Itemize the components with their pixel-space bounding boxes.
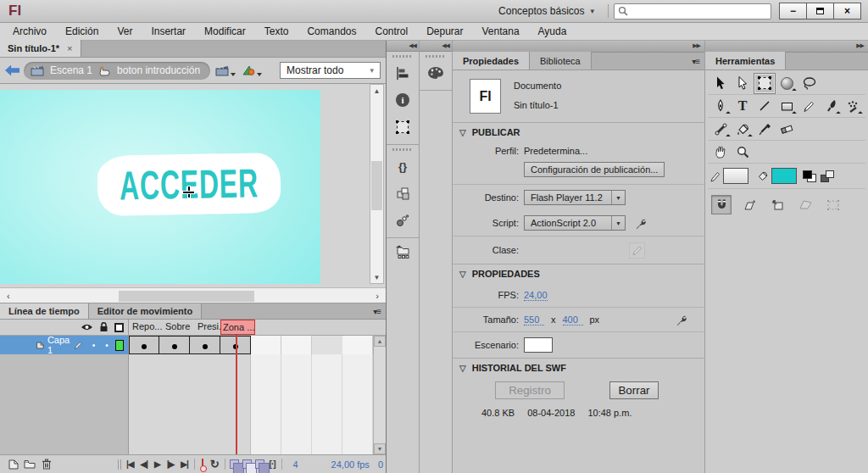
section-propiedades[interactable]: ▽ PROPIEDADES xyxy=(453,264,704,283)
edit-class-button[interactable] xyxy=(629,242,645,259)
pen-tool[interactable] xyxy=(709,96,732,117)
subselection-tool[interactable] xyxy=(732,73,754,94)
swap-colors-icon[interactable] xyxy=(821,170,836,182)
document-name[interactable]: Sin título-1 xyxy=(514,100,561,110)
scroll-down-icon[interactable]: ▼ xyxy=(374,443,386,454)
collapse-arrows-icon[interactable]: ◀◀ xyxy=(387,41,419,52)
tab-linea-de-tiempo[interactable]: Línea de tiempo xyxy=(0,303,89,319)
target-dropdown[interactable]: Flash Player 11.2 ▼ xyxy=(524,190,626,205)
stroke-color-swatch[interactable] xyxy=(723,168,748,184)
stage-height-value[interactable]: 400 xyxy=(563,314,583,326)
frame-rate-indicator[interactable]: 24,00 fps xyxy=(331,459,370,470)
align-panel-button[interactable] xyxy=(390,61,415,85)
envelope-option[interactable] xyxy=(823,195,843,214)
document-tab[interactable]: Sin título-1* × xyxy=(0,40,81,57)
edit-scene-button[interactable] xyxy=(214,64,236,77)
selection-tool[interactable] xyxy=(709,73,732,94)
drag-handle[interactable] xyxy=(392,55,413,58)
goto-last-frame-button[interactable]: ▶| xyxy=(177,459,192,469)
project-panel-button[interactable] xyxy=(390,240,415,264)
layer-name[interactable]: Capa 1 xyxy=(47,335,70,355)
scroll-down-icon[interactable]: ▼ xyxy=(370,271,383,283)
step-back-button[interactable]: ◀| xyxy=(137,459,152,469)
play-button[interactable]: ▶ xyxy=(151,459,164,469)
script-settings-button[interactable] xyxy=(634,217,647,230)
eye-icon[interactable] xyxy=(81,323,93,331)
minimize-button[interactable]: − xyxy=(779,3,807,19)
fill-color-swatch[interactable] xyxy=(771,168,797,184)
free-transform-tool[interactable] xyxy=(754,73,776,94)
scrollbar-thumb[interactable] xyxy=(371,161,382,210)
tab-biblioteca[interactable]: Biblioteca xyxy=(530,52,592,70)
3d-rotation-tool[interactable] xyxy=(776,73,798,94)
size-settings-button[interactable] xyxy=(675,314,687,326)
search-input[interactable] xyxy=(632,6,767,16)
drag-handle[interactable] xyxy=(426,55,446,58)
rotate-skew-option[interactable] xyxy=(739,195,760,214)
tab-propiedades[interactable]: Propiedades xyxy=(453,52,530,70)
black-white-colors-icon[interactable] xyxy=(803,170,816,182)
stage-canvas[interactable]: ACCEDER xyxy=(0,90,320,284)
loop-playback-icon[interactable]: ↻ xyxy=(208,458,222,470)
delete-layer-button[interactable] xyxy=(38,457,55,472)
tab-herramientas[interactable]: Herramientas xyxy=(705,52,786,70)
fps-value[interactable]: 24,00 xyxy=(524,290,548,301)
menu-ventana[interactable]: Ventana xyxy=(473,25,529,37)
search-box[interactable] xyxy=(614,3,771,19)
script-dropdown[interactable]: ActionScript 2.0 ▼ xyxy=(524,215,626,231)
code-snippets-panel-button[interactable]: {} xyxy=(390,154,415,178)
text-tool[interactable]: T xyxy=(732,96,754,117)
borrar-button[interactable]: Borrar xyxy=(609,381,659,399)
keyframe-cell-2[interactable] xyxy=(159,336,190,354)
publish-settings-button[interactable]: Configuración de publicación... xyxy=(524,162,665,177)
onion-skin-icon[interactable] xyxy=(230,459,239,469)
keyframe-cell-1[interactable] xyxy=(129,336,159,354)
menu-edicion[interactable]: Edición xyxy=(56,25,108,37)
breadcrumb-symbol[interactable]: boton introducción xyxy=(117,64,200,76)
menu-archivo[interactable]: Archivo xyxy=(3,25,56,37)
line-tool[interactable] xyxy=(754,96,776,117)
menu-insertar[interactable]: Insertar xyxy=(142,25,195,37)
menu-comandos[interactable]: Comandos xyxy=(298,25,365,37)
info-panel-button[interactable]: i xyxy=(390,88,415,112)
stage-vertical-scrollbar[interactable]: ▲ ▼ xyxy=(370,84,384,284)
workspace-switcher[interactable]: Conceptos básicos ▾ xyxy=(490,5,603,17)
scrollbar-thumb[interactable] xyxy=(119,291,254,302)
motion-presets-panel-button[interactable] xyxy=(390,209,415,232)
layer-lock-dot[interactable]: • xyxy=(102,341,111,350)
panel-menu-icon[interactable]: ▾≡ xyxy=(373,307,386,316)
acceder-button-graphic[interactable]: ACCEDER xyxy=(97,153,281,216)
bone-tool[interactable] xyxy=(709,119,732,140)
pencil-tool[interactable] xyxy=(798,96,820,117)
elapsed-time-indicator[interactable]: 0 xyxy=(378,459,383,470)
color-panel-button[interactable] xyxy=(423,61,448,85)
edit-symbol-button[interactable] xyxy=(241,64,263,77)
scroll-up-icon[interactable]: ▲ xyxy=(374,336,386,347)
stage-zoom-select[interactable]: Mostrar todo ▾ xyxy=(280,62,381,79)
scroll-left-icon[interactable]: ‹ xyxy=(7,291,10,301)
zoom-tool[interactable] xyxy=(732,142,754,163)
lasso-tool[interactable] xyxy=(798,73,820,94)
layer-outline-color-swatch[interactable] xyxy=(115,340,124,351)
drag-handle[interactable] xyxy=(392,148,413,151)
hand-tool[interactable] xyxy=(709,142,732,163)
restore-button[interactable] xyxy=(806,3,834,19)
scale-option[interactable] xyxy=(767,195,787,214)
timeline-vertical-scrollbar[interactable]: ▲ ▼ xyxy=(373,336,386,454)
menu-control[interactable]: Control xyxy=(365,25,417,37)
close-icon[interactable]: × xyxy=(67,43,72,53)
keyframe-cell-3[interactable] xyxy=(190,336,220,354)
stage-width-value[interactable]: 550 xyxy=(524,314,544,326)
goto-first-frame-button[interactable]: |◀ xyxy=(123,459,137,469)
menu-texto[interactable]: Texto xyxy=(255,25,298,37)
layer-visible-dot[interactable]: • xyxy=(89,341,98,350)
playhead-marker-icon[interactable] xyxy=(199,459,206,470)
stage-horizontal-scrollbar[interactable]: ‹ › xyxy=(0,287,386,303)
lock-icon[interactable] xyxy=(99,322,108,332)
close-button[interactable]: × xyxy=(833,3,861,19)
menu-depurar[interactable]: Depurar xyxy=(417,25,472,37)
distort-option[interactable] xyxy=(795,195,815,214)
new-folder-button[interactable] xyxy=(21,457,38,472)
tab-editor-de-movimiento[interactable]: Editor de movimiento xyxy=(89,303,202,319)
new-layer-button[interactable] xyxy=(4,457,21,472)
